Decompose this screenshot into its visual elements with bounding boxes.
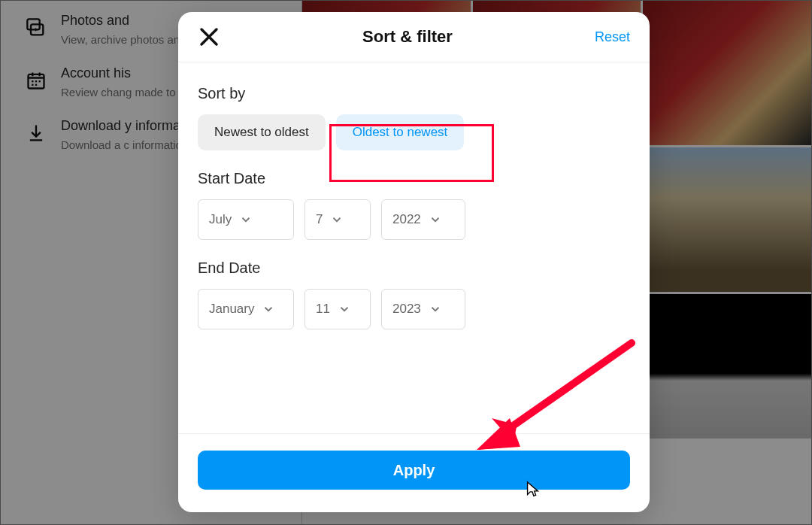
sort-newest-button[interactable]: Newest to oldest [198,114,326,150]
start-day-dropdown[interactable]: 7 [304,199,371,240]
sort-filter-modal: Sort & filter Reset Sort by Newest to ol… [178,12,650,512]
end-date-label: End Date [198,259,630,277]
dropdown-value: 2023 [392,302,421,317]
apply-button[interactable]: Apply [198,451,630,490]
sort-by-label: Sort by [198,85,630,102]
end-year-dropdown[interactable]: 2023 [381,289,465,329]
modal-title: Sort & filter [362,27,453,47]
close-icon [198,26,220,48]
chevron-down-icon [262,302,275,316]
dropdown-value: 7 [316,212,323,227]
dropdown-value: 2022 [392,212,421,227]
dropdown-value: January [209,302,254,317]
chevron-down-icon [338,302,351,316]
start-month-dropdown[interactable]: July [198,199,294,240]
close-button[interactable] [198,26,220,48]
start-year-dropdown[interactable]: 2022 [381,199,465,240]
chevron-down-icon [330,213,344,226]
dropdown-value: 11 [316,302,330,317]
start-date-label: Start Date [198,170,630,187]
dropdown-value: July [209,212,232,227]
chevron-down-icon [429,302,442,316]
end-day-dropdown[interactable]: 11 [304,289,371,329]
end-month-dropdown[interactable]: January [198,289,294,329]
sort-oldest-button[interactable]: Oldest to newest [336,114,465,150]
chevron-down-icon [239,213,253,226]
chevron-down-icon [429,213,442,226]
reset-link[interactable]: Reset [595,29,630,45]
